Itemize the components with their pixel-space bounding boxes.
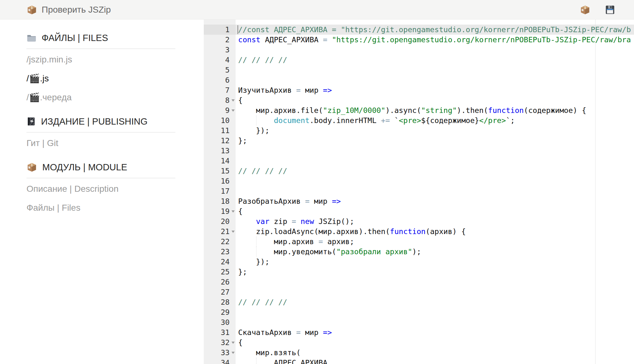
code-line[interactable]: 12}; bbox=[204, 136, 634, 146]
line-number: 2 bbox=[204, 35, 236, 45]
fold-arrow-icon[interactable] bbox=[232, 109, 235, 112]
line-content: мир.архив = архив; bbox=[236, 237, 634, 247]
code-line[interactable]: 6 bbox=[204, 75, 634, 85]
code-line[interactable]: 34 АДРЕС_АРХИВА bbox=[204, 358, 634, 364]
code-line[interactable]: 15// // // // bbox=[204, 166, 634, 176]
section-divider bbox=[26, 132, 175, 132]
line-number: 34 bbox=[204, 358, 236, 364]
code-line[interactable]: 3 bbox=[204, 45, 634, 55]
fold-arrow-icon[interactable] bbox=[232, 231, 235, 233]
code-line[interactable]: 14 bbox=[204, 156, 634, 166]
sidebar-item[interactable]: Гит | Git bbox=[26, 134, 175, 153]
sidebar-section-title: ФАЙЛЫ | FILES bbox=[26, 31, 175, 45]
code-line[interactable]: 32{ bbox=[204, 338, 634, 348]
code-line[interactable]: 29 bbox=[204, 307, 634, 317]
code-line[interactable]: 23 мир.уведомить("разобрали архив"); bbox=[204, 247, 634, 257]
line-number: 33 bbox=[204, 348, 236, 358]
line-content: мир.архив.file("zip_10M/0000").async("st… bbox=[236, 105, 634, 115]
main-layout: ФАЙЛЫ | FILES/jszip.min.js/🎬.js/🎬.череда… bbox=[0, 20, 634, 364]
line-number: 3 bbox=[204, 45, 236, 55]
code-line[interactable]: 7ИзучитьАрхив = мир => bbox=[204, 85, 634, 95]
code-line[interactable]: 16 bbox=[204, 176, 634, 186]
code-line[interactable]: 28// // // // bbox=[204, 297, 634, 307]
line-number: 32 bbox=[204, 338, 236, 348]
code-line[interactable]: 5 bbox=[204, 65, 634, 75]
line-number: 29 bbox=[204, 307, 236, 317]
code-line[interactable]: 19{ bbox=[204, 206, 634, 216]
line-number: 15 bbox=[204, 166, 236, 176]
code-line[interactable]: 8{ bbox=[204, 95, 634, 105]
sidebar-section: ИЗДАНИЕ | PUBLISHINGГит | Git bbox=[26, 114, 175, 153]
fold-arrow-icon[interactable] bbox=[232, 210, 235, 213]
line-content: //const АДРЕС_АРХИВА = "https://git.open… bbox=[236, 25, 634, 35]
line-number: 12 bbox=[204, 136, 236, 146]
code-line[interactable]: 21 zip.loadAsync(мир.архив).then(functio… bbox=[204, 226, 634, 237]
line-content bbox=[236, 317, 634, 327]
indent-guide bbox=[256, 358, 256, 364]
section-title-label: ИЗДАНИЕ | PUBLISHING bbox=[41, 116, 148, 127]
line-content: zip.loadAsync(мир.архив).then(function(а… bbox=[236, 226, 634, 237]
line-content: // // // // bbox=[236, 166, 634, 176]
sidebar-item[interactable]: Файлы | Files bbox=[26, 198, 175, 217]
code-line[interactable]: 18РазобратьАрхив = мир => bbox=[204, 196, 634, 206]
line-content: }; bbox=[236, 267, 634, 277]
line-content bbox=[236, 146, 634, 156]
line-number: 7 bbox=[204, 85, 236, 95]
code-line[interactable]: 2const АДРЕС_АРХИВА = "https://git.openg… bbox=[204, 35, 634, 45]
code-line[interactable]: 31СкачатьАрхив = мир => bbox=[204, 327, 634, 338]
code-line[interactable]: 22 мир.архив = архив; bbox=[204, 237, 634, 247]
code-line[interactable]: 10 document.body.innerHTML += `<pre>${со… bbox=[204, 115, 634, 126]
module-button[interactable] bbox=[580, 4, 590, 15]
line-content: var zip = new JSZip(); bbox=[236, 216, 634, 226]
line-number: 11 bbox=[204, 126, 236, 136]
app-title-wrap: Проверить JSZip bbox=[26, 4, 111, 15]
code-line[interactable]: 24 }); bbox=[204, 257, 634, 267]
line-content bbox=[236, 156, 634, 166]
code-editor[interactable]: 1//const АДРЕС_АРХИВА = "https://git.ope… bbox=[204, 20, 634, 364]
code-line[interactable]: 11 }); bbox=[204, 126, 634, 136]
code-line[interactable]: 13 bbox=[204, 146, 634, 156]
code-line[interactable]: 27 bbox=[204, 287, 634, 297]
header-actions bbox=[580, 4, 615, 15]
sidebar-item[interactable]: /jszip.min.js bbox=[26, 50, 175, 69]
line-content: АДРЕС_АРХИВА bbox=[236, 358, 634, 364]
folder-icon bbox=[26, 33, 37, 43]
line-number: 10 bbox=[204, 115, 236, 126]
editor-lines: 1//const АДРЕС_АРХИВА = "https://git.ope… bbox=[204, 25, 634, 364]
sidebar-section: ФАЙЛЫ | FILES/jszip.min.js/🎬.js/🎬.череда bbox=[26, 31, 175, 107]
fold-arrow-icon[interactable] bbox=[232, 352, 235, 354]
code-line[interactable]: 25}; bbox=[204, 267, 634, 277]
line-number: 24 bbox=[204, 257, 236, 267]
line-number: 16 bbox=[204, 176, 236, 186]
sidebar-item[interactable]: Описание | Description bbox=[26, 179, 175, 198]
line-content: { bbox=[236, 338, 634, 348]
package-icon bbox=[26, 162, 37, 173]
text-cursor bbox=[238, 25, 238, 34]
package-icon bbox=[580, 4, 590, 15]
fold-arrow-icon[interactable] bbox=[232, 99, 235, 102]
line-number: 9 bbox=[204, 105, 236, 115]
line-number: 23 bbox=[204, 247, 236, 257]
line-number: 8 bbox=[204, 95, 236, 105]
sidebar-item[interactable]: /🎬.череда bbox=[26, 88, 175, 107]
sidebar-item[interactable]: /🎬.js bbox=[26, 69, 175, 88]
save-button[interactable] bbox=[605, 5, 615, 15]
line-number: 17 bbox=[204, 186, 236, 196]
code-line[interactable]: 26 bbox=[204, 277, 634, 287]
fold-arrow-icon[interactable] bbox=[232, 342, 235, 344]
line-content: document.body.innerHTML += `<pre>${содер… bbox=[236, 115, 634, 126]
line-content bbox=[236, 176, 634, 186]
code-line[interactable]: 1//const АДРЕС_АРХИВА = "https://git.ope… bbox=[204, 25, 634, 35]
line-content: СкачатьАрхив = мир => bbox=[236, 327, 634, 338]
code-line[interactable]: 17 bbox=[204, 186, 634, 196]
app-header: Проверить JSZip bbox=[0, 0, 634, 20]
code-line[interactable]: 33 мир.взять( bbox=[204, 348, 634, 358]
section-title-label: ФАЙЛЫ | FILES bbox=[42, 33, 108, 43]
line-content bbox=[236, 65, 634, 75]
line-content: мир.уведомить("разобрали архив"); bbox=[236, 247, 634, 257]
code-line[interactable]: 9 мир.архив.file("zip_10M/0000").async("… bbox=[204, 105, 634, 115]
code-line[interactable]: 4// // // // bbox=[204, 55, 634, 65]
code-line[interactable]: 20 var zip = new JSZip(); bbox=[204, 216, 634, 226]
floppy-icon bbox=[605, 5, 615, 15]
code-line[interactable]: 30 bbox=[204, 317, 634, 327]
